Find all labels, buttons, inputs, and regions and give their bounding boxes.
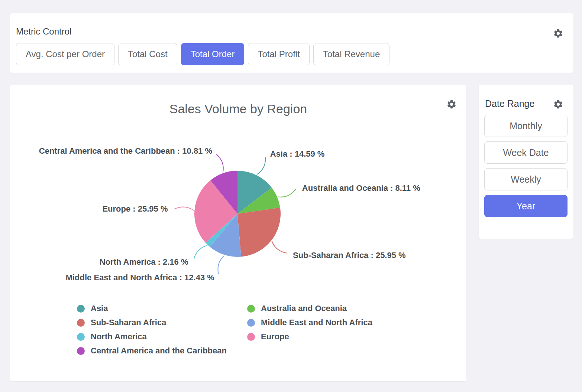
pie-slice-sub-saharan-africa[interactable] [237, 208, 281, 257]
date-range-button-week-date[interactable]: Week Date [484, 141, 568, 164]
pie-label-europe: Europe : 25.95 % [102, 204, 168, 213]
legend-label: North America [91, 332, 147, 342]
date-range-button-weekly[interactable]: Weekly [484, 168, 568, 190]
legend-dot-middle-east-and-north-africa [247, 319, 255, 327]
settings-gear-icon[interactable] [553, 28, 563, 39]
legend-item-australia-and-oceania[interactable]: Australia and Oceania [247, 304, 372, 313]
pie-label-middle-east-and-north-africa: Middle East and North Africa : 12.43 % [66, 273, 214, 282]
metric-button-total-order[interactable]: Total Order [181, 43, 245, 65]
sales-volume-chart-card: Sales Volume by Region Asia : 14.59 %Aus… [10, 85, 466, 381]
legend-dot-australia-and-oceania [247, 305, 255, 313]
pie-label-line-asia [257, 157, 265, 175]
date-range-button-year[interactable]: Year [484, 195, 568, 217]
metric-control-card: Metric Control Avg. Cost per OrderTotal … [10, 13, 573, 73]
metric-button-total-cost[interactable]: Total Cost [118, 43, 177, 65]
legend-item-europe[interactable]: Europe [247, 332, 372, 342]
metric-button-total-revenue[interactable]: Total Revenue [313, 43, 389, 65]
settings-gear-icon[interactable] [553, 99, 563, 110]
legend-dot-sub-saharan-africa [77, 319, 85, 327]
date-range-card: Date Range MonthlyWeek DateWeeklyYear [479, 85, 573, 239]
pie-label-line-sub-saharan-africa [272, 241, 287, 253]
pie-label-line-central-america-and-the-caribbean [216, 154, 223, 173]
legend-item-central-america-and-the-caribbean[interactable]: Central America and the Caribbean [77, 346, 247, 356]
metric-button-total-profit[interactable]: Total Profit [248, 43, 309, 65]
legend-dot-asia [77, 305, 85, 313]
legend-dot-central-america-and-the-caribbean [77, 347, 85, 355]
pie-label-line-australia-and-oceania [278, 189, 296, 197]
legend-label: Sub-Saharan Africa [91, 318, 166, 327]
metric-control-title: Metric Control [16, 26, 71, 37]
legend-item-sub-saharan-africa[interactable]: Sub-Saharan Africa [77, 318, 247, 327]
pie-label-line-north-america [194, 245, 207, 259]
legend-item-north-america[interactable]: North America [77, 332, 247, 342]
legend-label: Europe [261, 332, 289, 342]
pie-label-line-middle-east-and-north-africa [218, 256, 224, 274]
date-range-title: Date Range [485, 98, 534, 109]
legend-item-middle-east-and-north-africa[interactable]: Middle East and North Africa [247, 318, 372, 327]
pie-label-australia-and-oceania: Australia and Oceania : 8.11 % [302, 183, 420, 193]
legend-label: Australia and Oceania [261, 304, 347, 313]
date-range-button-group: MonthlyWeek DateWeeklyYear [484, 115, 568, 217]
legend-label: Middle East and North Africa [261, 318, 372, 327]
date-range-button-monthly[interactable]: Monthly [484, 115, 568, 137]
pie-label-central-america-and-the-caribbean: Central America and the Caribbean : 10.8… [39, 146, 212, 156]
metric-button-avg-cost-per-order[interactable]: Avg. Cost per Order [16, 43, 114, 65]
pie-label-sub-saharan-africa: Sub-Saharan Africa : 25.95 % [293, 251, 406, 260]
legend-dot-europe [247, 333, 255, 341]
pie-label-asia: Asia : 14.59 % [270, 149, 325, 159]
legend-dot-north-america [77, 333, 85, 341]
legend-item-asia[interactable]: Asia [77, 304, 247, 313]
metric-button-group: Avg. Cost per OrderTotal CostTotal Order… [16, 43, 389, 65]
pie-label-north-america: North America : 2.16 % [100, 257, 188, 267]
pie-label-line-europe [175, 207, 194, 210]
legend-label: Asia [91, 304, 108, 313]
chart-legend: AsiaAustralia and OceaniaSub-Saharan Afr… [77, 301, 372, 358]
legend-label: Central America and the Caribbean [91, 346, 227, 356]
